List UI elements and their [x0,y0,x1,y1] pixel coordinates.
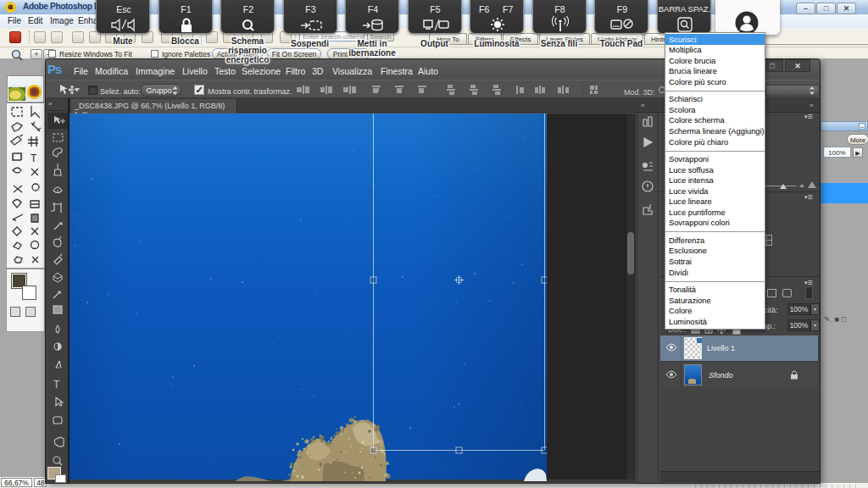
svg-text:T: T [53,379,60,391]
svg-text:T: T [31,152,37,164]
